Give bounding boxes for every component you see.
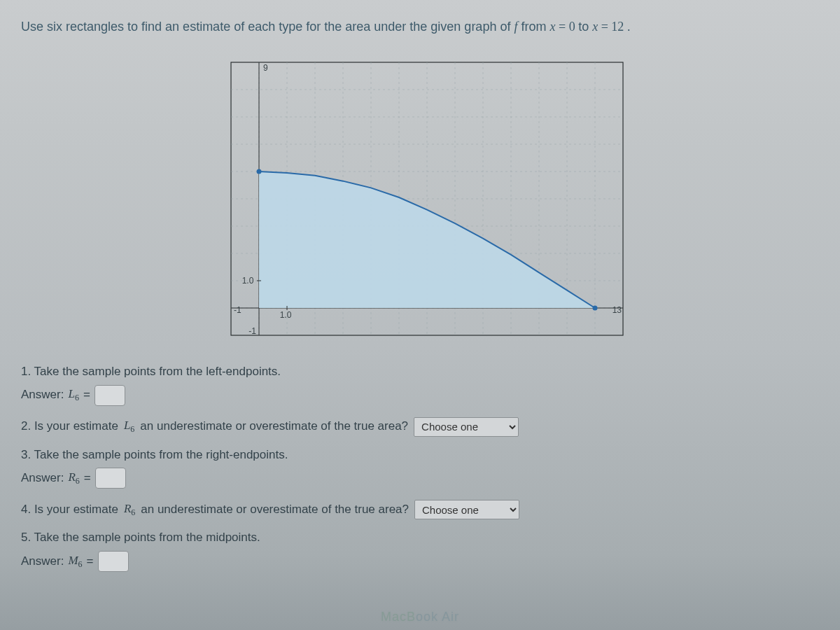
prompt-to: to xyxy=(578,20,592,34)
curve-start-point xyxy=(257,169,262,174)
device-watermark: MacBook Air xyxy=(381,610,459,624)
prompt-mid: from xyxy=(521,20,550,34)
ytick-one: 1.0 xyxy=(242,276,254,286)
question-3: 3. Take the sample points from the right… xyxy=(21,447,819,464)
questions-block: 1. Take the sample points from the left-… xyxy=(21,363,819,572)
prompt-eq1: x = 0 xyxy=(550,20,578,34)
prompt-suffix: . xyxy=(627,20,631,34)
graph-container: -1 1.0 13 -1 1.0 9 xyxy=(203,48,637,349)
answer-1-input[interactable] xyxy=(94,385,125,406)
answer-1-label: Answer: xyxy=(21,386,64,404)
question-1: 1. Take the sample points from the left-… xyxy=(21,363,819,381)
chart-svg: -1 1.0 13 -1 1.0 9 xyxy=(203,48,637,349)
ytick-nine: 9 xyxy=(263,63,268,73)
answer-5-row: Answer: M6 = xyxy=(21,551,819,572)
eq-sign: = xyxy=(83,386,90,404)
answer-1-row: Answer: L6 = xyxy=(21,385,819,406)
question-4-pre: 4. Is your estimate xyxy=(21,501,118,519)
question-4-row: 4. Is your estimate R6 an underestimate … xyxy=(21,500,819,519)
question-2-pre: 2. Is your estimate xyxy=(21,418,118,435)
question-5: 5. Take the sample points from the midpo… xyxy=(21,529,819,547)
eq-sign-3: = xyxy=(84,470,91,487)
answer-3-symbol: R6 xyxy=(68,469,79,488)
answer-5-symbol: M6 xyxy=(68,552,82,571)
question-2-symbol: L6 xyxy=(124,417,134,436)
answer-3-input[interactable] xyxy=(95,468,126,489)
question-4-symbol: R6 xyxy=(124,500,135,519)
ytick-neg1: -1 xyxy=(248,326,256,336)
eq-sign-5: = xyxy=(87,553,94,570)
curve-end-point xyxy=(593,306,598,311)
chart-area xyxy=(259,172,595,308)
xtick-one: 1.0 xyxy=(280,310,292,320)
answer-3-label: Answer: xyxy=(21,470,64,487)
answer-3-row: Answer: R6 = xyxy=(21,468,819,489)
question-2-select[interactable]: Choose one xyxy=(414,417,519,437)
prompt-prefix: Use six rectangles to find an estimate o… xyxy=(21,20,514,34)
question-4-select[interactable]: Choose one xyxy=(414,500,519,519)
prompt-eq2: x = 12 xyxy=(592,20,627,34)
answer-5-label: Answer: xyxy=(21,553,64,570)
answer-1-symbol: L6 xyxy=(68,386,78,405)
question-2-post: an underestimate or overestimate of the … xyxy=(140,418,408,435)
problem-prompt: Use six rectangles to find an estimate o… xyxy=(21,20,819,34)
prompt-f: f xyxy=(514,20,517,34)
answer-5-input[interactable] xyxy=(98,551,129,572)
xtick-neg1: -1 xyxy=(234,305,241,315)
xtick-thirteen: 13 xyxy=(612,305,622,315)
question-2-row: 2. Is your estimate L6 an underestimate … xyxy=(21,417,819,437)
question-4-post: an underestimate or overestimate of the … xyxy=(141,501,409,519)
